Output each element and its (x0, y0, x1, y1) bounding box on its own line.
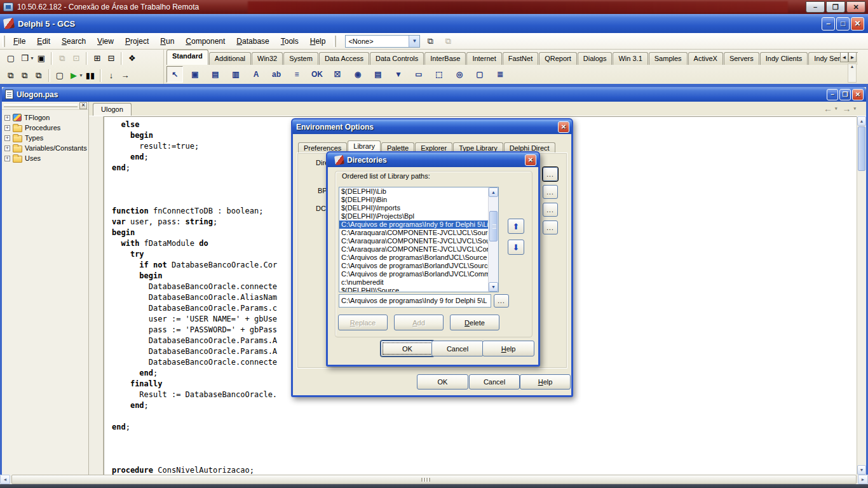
pane-grip[interactable] (4, 104, 78, 107)
editor-horizontal-scrollbar[interactable]: ◄ ► (0, 475, 868, 484)
tree-item-procedures[interactable]: +Procedures (2, 123, 88, 133)
palette-tab-samples[interactable]: Samples (649, 52, 688, 65)
scroll-right-icon[interactable]: ► (858, 475, 868, 484)
desktop-speedsetting-combo[interactable]: <None> ▼ (345, 35, 420, 48)
bpl-output-browse-button[interactable]: ... (543, 185, 558, 199)
scroll-down-icon[interactable]: ▼ (489, 282, 498, 292)
menu-project[interactable]: Project (119, 34, 154, 48)
component-groupbox-icon[interactable]: ⬚ (431, 66, 447, 83)
view-units-icon[interactable]: ⧉ (4, 69, 18, 83)
editor-minimize-icon[interactable]: – (827, 89, 838, 100)
tree-item-variables-constants[interactable]: +Variables/Constants (2, 143, 88, 153)
menu-file[interactable]: File (8, 34, 31, 48)
menu-run[interactable]: Run (154, 34, 180, 48)
browse-back-icon[interactable]: ← (824, 104, 832, 114)
editor-window-titlebar[interactable]: Ulogon.pas – ❐ ✕ (2, 87, 866, 102)
env-ok-button[interactable]: OK (417, 374, 468, 390)
chevron-down-icon[interactable]: ▼ (409, 36, 419, 47)
new-form-icon[interactable]: ▢ (53, 69, 67, 83)
palette-tab-internet[interactable]: Internet (466, 52, 501, 65)
path-edit-field[interactable]: C:\Arquivos de programas\Indy 9 for Delp… (339, 294, 491, 308)
add-button[interactable]: Add (394, 315, 444, 330)
palette-tab-system[interactable]: System (283, 52, 318, 65)
library-path-item[interactable]: $(DELPHI)\Bin (339, 196, 488, 204)
env-help-button[interactable]: Help (520, 374, 571, 390)
menu-search[interactable]: Search (56, 34, 92, 48)
component-radio-button-icon[interactable]: ◉ (349, 66, 366, 83)
library-path-item[interactable]: $(DELPHI)\Imports (339, 204, 488, 212)
move-up-button[interactable]: ⬆ (508, 219, 524, 234)
library-path-item[interactable]: $(DELPHI)\Lib (339, 187, 488, 196)
menu-view[interactable]: View (92, 34, 119, 48)
menu-database[interactable]: Database (231, 34, 275, 48)
palette-tab-additional[interactable]: Additional (209, 52, 251, 65)
library-path-item[interactable]: $(DELPHI)\Source (339, 287, 488, 292)
browsing-path-browse-button[interactable]: ... (543, 220, 558, 234)
palette-tab-fastnet[interactable]: FastNet (503, 52, 539, 65)
dir-help-button[interactable]: Help (482, 341, 534, 356)
palette-tab-interbase[interactable]: InterBase (424, 52, 466, 65)
library-path-item[interactable]: C:\Arquivos de programas\Borland\JCL\Sou… (339, 254, 488, 262)
environment-options-titlebar[interactable]: Environment Options ✕ (292, 119, 572, 134)
expand-plus-icon[interactable]: + (4, 135, 10, 141)
library-path-item[interactable]: $(DELPHI)\Projects\Bpl (339, 212, 488, 220)
component-cursor-icon[interactable]: ↖ (166, 66, 183, 83)
view-forms-icon[interactable]: ⧉ (18, 69, 32, 83)
scrollbar-thumb[interactable] (11, 475, 857, 484)
library-path-item[interactable]: C:\Araraquara\COMPONENTE-JVCL\JVCL\Com (339, 245, 488, 254)
listbox-scrollbar[interactable]: ▲ ▼ (488, 187, 498, 292)
toggle-form-unit-icon[interactable]: ⧉ (32, 69, 46, 83)
menu-help[interactable]: Help (304, 34, 332, 48)
palette-tab-data-access[interactable]: Data Access (319, 52, 369, 65)
component-panel-icon[interactable]: ▢ (471, 66, 488, 83)
dir-ok-button[interactable]: OK (381, 341, 434, 356)
remove-file-from-project-icon[interactable]: ⊟ (104, 51, 118, 65)
scroll-up-icon[interactable]: ▲ (857, 116, 866, 126)
scrollbar-thumb[interactable] (489, 211, 498, 241)
component-edit-icon[interactable]: ab (268, 66, 285, 83)
expand-plus-icon[interactable]: + (4, 125, 10, 131)
dir-cancel-button[interactable]: Cancel (431, 341, 484, 356)
tab-scroll-right-icon[interactable]: ► (848, 52, 857, 62)
menu-component[interactable]: Component (180, 34, 231, 48)
environment-options-close-icon[interactable]: ✕ (558, 121, 569, 133)
new-file-icon[interactable]: ▢ (4, 51, 18, 65)
chevron-down-icon[interactable]: ▾ (835, 106, 837, 111)
directories-close-icon[interactable]: ✕ (525, 154, 536, 166)
tab-ulogon[interactable]: Ulogon (93, 103, 132, 116)
component-listbox-icon[interactable]: ▤ (370, 66, 386, 83)
rdp-restore-icon[interactable]: ❐ (826, 1, 845, 13)
palette-scroll-up-icon[interactable]: ▲ (848, 64, 857, 83)
expand-plus-icon[interactable]: + (4, 156, 10, 161)
library-paths-listbox[interactable]: $(DELPHI)\Lib$(DELPHI)\Bin$(DELPHI)\Impo… (339, 187, 499, 292)
palette-tab-dialogs[interactable]: Dialogs (578, 52, 613, 65)
ide-close-icon[interactable]: ✕ (851, 17, 864, 30)
scrollbar-thumb[interactable] (858, 126, 865, 171)
component-main-menu-icon[interactable]: ▤ (207, 66, 224, 83)
path-browse-button[interactable]: ... (494, 294, 509, 308)
save-desktop-icon[interactable]: ⧉ (423, 34, 438, 48)
component-button-icon[interactable]: OK (309, 66, 325, 83)
scroll-up-icon[interactable]: ▲ (489, 187, 498, 197)
palette-tab-win-3-1[interactable]: Win 3.1 (613, 52, 648, 65)
component-checkbox-icon[interactable]: ☒ (329, 66, 346, 83)
chevron-down-icon[interactable]: ▼ (30, 56, 34, 60)
explorer-close-icon[interactable]: ✕ (79, 102, 87, 109)
library-path-item[interactable]: C:\Arquivos de programas\Borland\JVCL\So… (339, 262, 488, 270)
palette-tab-qreport[interactable]: QReport (539, 52, 577, 65)
palette-tab-servers[interactable]: Servers (724, 52, 759, 65)
directories-titlebar[interactable]: Directories ✕ (327, 152, 539, 167)
step-over-icon[interactable]: → (118, 69, 132, 83)
dcp-output-browse-button[interactable]: ... (543, 203, 558, 217)
chevron-down-icon[interactable]: ▼ (79, 73, 83, 78)
library-path-item[interactable]: c:\numberedit (339, 278, 488, 287)
library-path-item[interactable]: C:\Arquivos de programas\Borland\JVCL\Co… (339, 270, 488, 278)
component-scrollbar-icon[interactable]: ▭ (410, 66, 427, 83)
editor-restore-icon[interactable]: ❐ (839, 89, 851, 100)
menu-edit[interactable]: Edit (31, 34, 56, 48)
browse-forward-icon[interactable]: → (842, 104, 851, 114)
save-file-icon[interactable]: ▣ (34, 51, 48, 65)
scroll-down-icon[interactable]: ▼ (857, 465, 866, 475)
delete-button[interactable]: Delete (450, 315, 499, 330)
editor-vertical-scrollbar[interactable]: ▲ ▼ (857, 116, 866, 475)
